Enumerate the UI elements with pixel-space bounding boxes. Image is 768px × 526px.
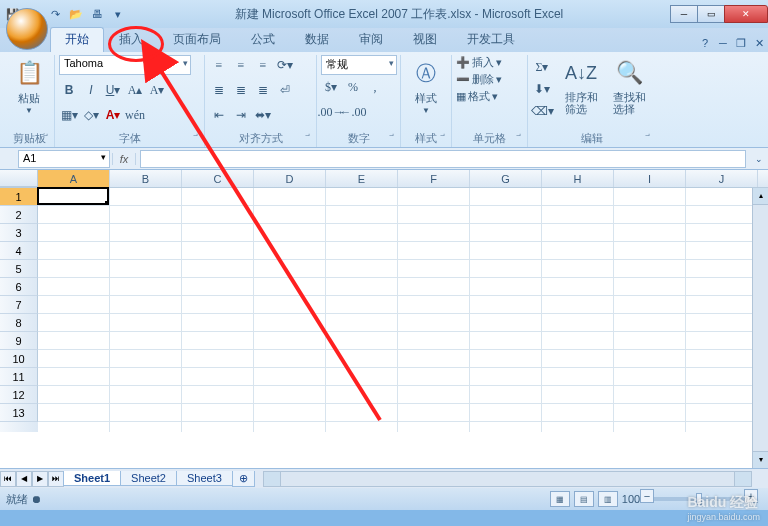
grow-font-button[interactable]: A▴ (125, 80, 145, 100)
tab-nav-last[interactable]: ⏭ (48, 471, 64, 487)
format-cells-button[interactable]: ▦格式 ▾ (456, 89, 523, 104)
row-header-12[interactable]: 12 (0, 386, 38, 404)
select-all-button[interactable] (0, 170, 38, 187)
font-color-button[interactable]: A▾ (103, 105, 123, 125)
col-header-J[interactable]: J (686, 170, 758, 187)
redo-icon[interactable]: ↷ (46, 5, 64, 23)
align-center-button[interactable]: ≣ (231, 80, 251, 100)
view-normal-button[interactable]: ▦ (550, 491, 570, 507)
vertical-scrollbar[interactable] (752, 188, 768, 468)
minimize-button[interactable]: ─ (670, 5, 698, 23)
row-header-6[interactable]: 6 (0, 278, 38, 296)
horizontal-scrollbar[interactable] (263, 471, 752, 487)
row-header-9[interactable]: 9 (0, 332, 38, 350)
styles-button[interactable]: Ⓐ 样式 ▼ (405, 57, 447, 115)
comma-button[interactable]: , (365, 77, 385, 97)
name-box[interactable]: A1 (18, 150, 110, 168)
underline-button[interactable]: U▾ (103, 80, 123, 100)
close-button[interactable]: ✕ (724, 5, 768, 23)
ribbon-tab-插入[interactable]: 插入 (104, 27, 158, 52)
row-header-5[interactable]: 5 (0, 260, 38, 278)
row-header-11[interactable]: 11 (0, 368, 38, 386)
font-size-combo[interactable]: 11 (153, 55, 191, 75)
macro-record-icon[interactable]: ⏺ (31, 493, 42, 505)
row-header-2[interactable]: 2 (0, 206, 38, 224)
view-pagebreak-button[interactable]: ▥ (598, 491, 618, 507)
col-header-I[interactable]: I (614, 170, 686, 187)
col-header-A[interactable]: A (38, 170, 110, 187)
cell-area[interactable] (38, 188, 768, 432)
decrease-indent-button[interactable]: ⇤ (209, 105, 229, 125)
tab-nav-prev[interactable]: ◀ (16, 471, 32, 487)
ribbon-close-window-icon[interactable]: ✕ (750, 34, 768, 52)
number-format-combo[interactable]: 常规 (321, 55, 397, 75)
ribbon-tab-审阅[interactable]: 审阅 (344, 27, 398, 52)
maximize-button[interactable]: ▭ (697, 5, 725, 23)
fill-button[interactable]: ⬇▾ (532, 79, 552, 99)
bold-button[interactable]: B (59, 80, 79, 100)
currency-button[interactable]: $▾ (321, 77, 341, 97)
row-header-10[interactable]: 10 (0, 350, 38, 368)
quickprint-icon[interactable]: 🖶 (88, 5, 106, 23)
col-header-G[interactable]: G (470, 170, 542, 187)
increase-decimal-button[interactable]: .00→ (321, 102, 341, 122)
ribbon-minimize-window-icon[interactable]: ─ (714, 34, 732, 52)
percent-button[interactable]: % (343, 77, 363, 97)
ribbon-tab-开始[interactable]: 开始 (50, 27, 104, 52)
tab-nav-next[interactable]: ▶ (32, 471, 48, 487)
row-header-13[interactable]: 13 (0, 404, 38, 422)
paste-button[interactable]: 📋 粘贴 ▼ (8, 57, 50, 115)
decrease-decimal-button[interactable]: ←.00 (343, 102, 363, 122)
fill-color-button[interactable]: ◇▾ (81, 105, 101, 125)
open-icon[interactable]: 📂 (67, 5, 85, 23)
shrink-font-button[interactable]: A▾ (147, 80, 167, 100)
office-button[interactable] (6, 8, 48, 50)
increase-indent-button[interactable]: ⇥ (231, 105, 251, 125)
sort-filter-button[interactable]: A↓Z 排序和 筛选 (558, 57, 604, 115)
insert-cells-button[interactable]: ➕插入 ▾ (456, 55, 523, 70)
align-right-button[interactable]: ≣ (253, 80, 273, 100)
row-header-4[interactable]: 4 (0, 242, 38, 260)
autosum-button[interactable]: Σ▾ (532, 57, 552, 77)
ribbon-tab-视图[interactable]: 视图 (398, 27, 452, 52)
ribbon-restore-window-icon[interactable]: ❐ (732, 34, 750, 52)
sheet-tab-Sheet1[interactable]: Sheet1 (63, 471, 121, 486)
active-cell[interactable] (37, 187, 109, 205)
border-button[interactable]: ▦▾ (59, 105, 79, 125)
tab-nav-first[interactable]: ⏮ (0, 471, 16, 487)
formula-input[interactable] (140, 150, 746, 168)
ribbon-tab-数据[interactable]: 数据 (290, 27, 344, 52)
ribbon-tab-页面布局[interactable]: 页面布局 (158, 27, 236, 52)
sheet-tab-Sheet2[interactable]: Sheet2 (120, 471, 177, 486)
italic-button[interactable]: I (81, 80, 101, 100)
col-header-D[interactable]: D (254, 170, 326, 187)
sheet-tab-Sheet3[interactable]: Sheet3 (176, 471, 233, 486)
col-header-F[interactable]: F (398, 170, 470, 187)
orientation-button[interactable]: ⟳▾ (275, 55, 295, 75)
align-middle-button[interactable]: ≡ (231, 55, 251, 75)
delete-cells-button[interactable]: ➖删除 ▾ (456, 72, 523, 87)
phonetic-button[interactable]: wén (125, 105, 145, 125)
row-header-7[interactable]: 7 (0, 296, 38, 314)
align-top-button[interactable]: ≡ (209, 55, 229, 75)
col-header-H[interactable]: H (542, 170, 614, 187)
qat-more-icon[interactable]: ▾ (109, 5, 127, 23)
col-header-E[interactable]: E (326, 170, 398, 187)
col-header-B[interactable]: B (110, 170, 182, 187)
ribbon-tab-开发工具[interactable]: 开发工具 (452, 27, 530, 52)
row-header-3[interactable]: 3 (0, 224, 38, 242)
clear-button[interactable]: ⌫▾ (532, 101, 552, 121)
font-name-combo[interactable]: Tahoma (59, 55, 151, 75)
align-left-button[interactable]: ≣ (209, 80, 229, 100)
row-header-8[interactable]: 8 (0, 314, 38, 332)
align-bottom-button[interactable]: ≡ (253, 55, 273, 75)
ribbon-help-icon[interactable]: ? (696, 34, 714, 52)
new-sheet-button[interactable]: ⊕ (232, 471, 255, 487)
ribbon-tab-公式[interactable]: 公式 (236, 27, 290, 52)
merge-button[interactable]: ⬌▾ (253, 105, 273, 125)
formula-expand-icon[interactable]: ⌄ (750, 150, 768, 168)
wrap-text-button[interactable]: ⏎ (275, 80, 295, 100)
view-layout-button[interactable]: ▤ (574, 491, 594, 507)
col-header-C[interactable]: C (182, 170, 254, 187)
row-header-1[interactable]: 1 (0, 188, 38, 206)
